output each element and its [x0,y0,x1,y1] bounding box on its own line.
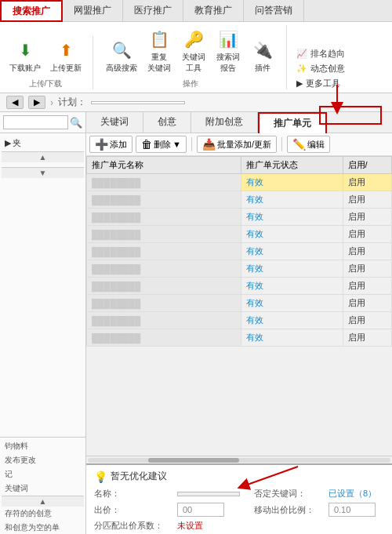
ribbon-operations-buttons: 🔍 高级搜索 📋 重复关键词 🔑 关键词工具 📊 搜索词报告 🔌 插件 [103,25,278,75]
download-account-button[interactable]: ⬇ 下载账户 [6,36,44,75]
tree-item-label: 夹 [13,137,21,149]
left-bottom-item-2[interactable]: 发布更改 [2,453,84,467]
tab-medical-promotion[interactable]: 医疗推广 [123,0,183,21]
cell-name: ████████ [87,209,241,226]
sub-tab-creative[interactable]: 创意 [143,112,191,133]
mobile-ratio-input[interactable] [328,503,376,517]
search-report-label: 搜索词报告 [216,52,240,74]
table-row[interactable]: ████████有效启用 [87,174,392,191]
forward-button[interactable]: ▶ [28,96,45,109]
sub-tab-keyword[interactable]: 关键词 [86,112,143,133]
bid-input[interactable] [177,503,224,517]
plugin-button[interactable]: 🔌 插件 [247,36,278,75]
tab-network-promotion[interactable]: 网盟推广 [63,0,123,21]
edit-label: 编辑 [307,139,325,151]
tab-qa-marketing[interactable]: 问答营销 [244,0,304,21]
tree-item-campaigns[interactable]: ▶ 夹 [2,135,84,151]
left-bottom-item-5[interactable]: 存符的的创意 [2,507,84,521]
plugin-icon: 🔌 [250,38,275,63]
top-tab-bar: 搜索推广 网盟推广 医疗推广 教育推广 问答营销 [0,0,392,22]
match-coeff-value[interactable]: 未设置 [177,520,248,532]
left-bottom-item-4[interactable]: 关键词 [2,481,84,496]
add-label: 添加 [110,139,127,151]
table-row[interactable]: ████████有效启用 [87,260,392,278]
neg-keyword-label: 否定关键词： [254,488,322,499]
sub-tab-promotion-unit[interactable]: 推广单元 [258,112,327,133]
sub-tab-additional-creative[interactable]: 附加创意 [191,112,258,133]
dynamic-creative-button[interactable]: ✨ 动态创意 [296,63,345,74]
dynamic-creative-icon: ✨ [296,64,307,74]
add-button[interactable]: ➕ 添加 [89,136,132,153]
cell-status: 有效 [241,209,343,226]
delete-button[interactable]: 🗑 删除 ▼ [136,136,187,153]
table-row[interactable]: ████████有效启用 [87,295,392,312]
rank-trend-label: 排名趋向 [310,48,345,60]
cell-status: 有效 [241,174,343,191]
name-value[interactable] [177,492,240,496]
cell-enabled: 启用 [343,295,391,312]
table-row[interactable]: ████████有效启用 [87,329,392,347]
table-row[interactable]: ████████有效启用 [87,191,392,209]
cell-name: ████████ [87,312,241,329]
search-report-button[interactable]: 📊 搜索词报告 [212,25,244,75]
cell-status: 有效 [241,278,343,295]
delete-label: 删除 [154,139,171,151]
left-bottom-section: 钧物料 发布更改 记 关键词 ▲ 存符的的创意 和创意为空的单 [0,437,85,534]
more-tools-button[interactable]: ▶ 更多工具 [296,78,340,89]
left-bottom-item-3[interactable]: 记 [2,467,84,481]
plan-value [91,101,185,104]
col-header-name: 推广单元名称 [87,157,241,174]
keyword-icon: 🔑 [181,27,206,52]
rank-trend-icon: 📈 [296,49,307,59]
batch-add-icon: 📥 [202,138,216,151]
scroll-up-arrow[interactable]: ▲ [2,151,84,162]
col-header-status: 推广单元状态 [241,157,343,174]
batch-add-label: 批量添加/更新 [217,139,271,151]
cell-enabled: 启用 [343,174,391,191]
cell-status: 有效 [241,260,343,278]
left-scroll-up[interactable]: ▲ [2,496,84,507]
keyword-tool-button[interactable]: 🔑 关键词工具 [178,25,209,75]
left-panel: 🔍 ▶ 夹 ▲ ▼ 钧物料 发布更改 记 关键词 ▲ 存符的的创意 和创意为空的… [0,112,86,534]
search-input[interactable] [3,115,68,129]
left-bottom-item-6[interactable]: 和创意为空的单 [2,521,84,534]
cell-enabled: 启用 [343,191,391,209]
search-icon[interactable]: 🔍 [70,117,82,129]
left-search-bar: 🔍 [0,112,85,133]
table-row[interactable]: ████████有效启用 [87,243,392,260]
cell-enabled: 启用 [343,226,391,243]
cell-name: ████████ [87,260,241,278]
ribbon-group-buttons: ⬇ 下载账户 ⬆ 上传更新 [6,36,85,75]
table-row[interactable]: ████████有效启用 [87,312,392,329]
duplicate-keyword-label: 重复关键词 [147,52,171,74]
batch-add-button[interactable]: 📥 批量添加/更新 [197,136,277,153]
cell-name: ████████ [87,191,241,209]
tab-education-promotion[interactable]: 教育推广 [183,0,244,21]
back-button[interactable]: ◀ [6,96,24,109]
table-row[interactable]: ████████有效启用 [87,278,392,295]
scroll-down-arrow[interactable]: ▼ [2,167,84,178]
right-content: 关键词 创意 附加创意 推广单元 ➕ 添加 🗑 删除 ▼ 📥 批量添加/更新 [86,112,392,534]
delete-icon: 🗑 [141,138,152,151]
duplicate-icon: 📋 [147,27,172,52]
cell-status: 有效 [241,243,343,260]
bottom-panel: 💡 暂无优化建议 名称： 否定关键词： 已设置（8） 出价： 移动出价比例： 分… [86,463,392,534]
search-icon: 🔍 [109,38,134,63]
table-row[interactable]: ████████有效启用 [87,226,392,243]
left-bottom-item-1[interactable]: 钧物料 [2,439,84,453]
ribbon-group-operations: 🔍 高级搜索 📋 重复关键词 🔑 关键词工具 📊 搜索词报告 🔌 插件 操作 [103,25,287,89]
table-row[interactable]: ████████有效启用 [87,209,392,226]
more-tools-label: 更多工具 [306,78,340,89]
horizontal-scrollbar[interactable] [86,456,392,463]
neg-keyword-value[interactable]: 已设置（8） [328,488,384,499]
bid-label: 出价： [94,504,171,516]
edit-button[interactable]: ✏️ 编辑 [287,136,330,153]
download-icon: ⬇ [13,38,38,63]
rank-trend-button[interactable]: 📈 排名趋向 [296,48,345,60]
duplicate-keyword-button[interactable]: 📋 重复关键词 [143,25,175,75]
ribbon: ⬇ 下载账户 ⬆ 上传更新 上传/下载 🔍 高级搜索 📋 重复关键词 🔑 关键词… [0,22,392,93]
tab-search-promotion[interactable]: 搜索推广 [0,0,63,22]
col-header-enabled: 启用/ [343,157,391,174]
upload-update-button[interactable]: ⬆ 上传更新 [47,36,85,75]
advanced-search-button[interactable]: 🔍 高级搜索 [103,36,140,75]
